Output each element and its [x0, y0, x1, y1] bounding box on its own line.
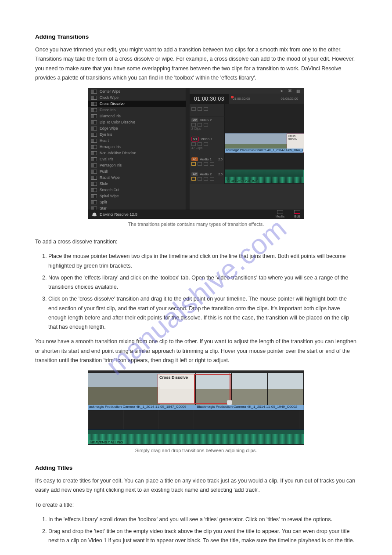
transition-icon: [91, 163, 97, 167]
page-tab-label: Edit: [295, 214, 300, 218]
clip-name-label: Blackmagic Production Camera 4K_1_2014-1…: [196, 405, 304, 410]
transition-row[interactable]: Push: [88, 168, 186, 174]
transition-row[interactable]: Diamond Iris: [88, 113, 186, 119]
paragraph: You now have a smooth transition mixing …: [35, 337, 357, 365]
transition-row[interactable]: Radial Wipe: [88, 174, 186, 181]
eye-icon[interactable]: [198, 107, 202, 111]
step-item: Place the mouse pointer between two clip…: [48, 252, 357, 271]
track-name: Audio 2: [200, 172, 212, 176]
track-header-a2[interactable]: A2Audio 22.0: [190, 169, 225, 184]
track-badge: A2: [191, 172, 198, 176]
transition-row[interactable]: Dip To Color Dissolve: [88, 119, 186, 125]
track-note: 47 Clips: [191, 146, 223, 149]
transition-icon: [91, 207, 97, 210]
video-clip[interactable]: Cross Dissolv ackmagic Production Camera…: [225, 133, 304, 153]
mute-icon[interactable]: [204, 107, 208, 111]
track-header-v2[interactable]: V2Video 2 2 Clips: [190, 116, 225, 132]
transition-icon: [91, 145, 97, 149]
transition-row[interactable]: Smooth Cut: [88, 187, 186, 193]
link-tool-icon[interactable]: ⌘: [288, 89, 292, 93]
time-ruler[interactable]: 01:00:30:00 01:00:32:00: [229, 97, 304, 101]
track-name: Video 1: [201, 137, 212, 141]
transition-label: Oval Iris: [100, 157, 113, 161]
snap-tool-icon[interactable]: ▦: [296, 89, 300, 93]
transition-icon: [91, 151, 97, 155]
manual-page: manualshive.com Adding Transitions Once …: [0, 0, 392, 555]
step-item: Now open the 'effects library' and click…: [48, 273, 357, 292]
clip-thumbnail[interactable]: [124, 373, 160, 405]
transition-row[interactable]: Pentagon Iris: [88, 162, 186, 168]
clip-name-bar: ackmagic Production Camera 4K_1_2014-11-…: [88, 405, 304, 410]
selection-tool-icon[interactable]: ➤: [280, 89, 284, 93]
transition-row[interactable]: Cross Iris: [88, 107, 186, 113]
transition-label: Slide: [100, 181, 108, 186]
page-tab-label: Media: [276, 214, 284, 218]
transition-icon: [91, 139, 97, 143]
audio-level: 2.0: [218, 173, 223, 176]
audio-clip-name: 01 HEAVENS CALLING: [226, 180, 258, 183]
step-item: In the 'effects library' scroll down the…: [48, 515, 357, 524]
track-body[interactable]: [225, 104, 304, 116]
transition-label: Dip To Color Dissolve: [100, 120, 135, 124]
transition-row[interactable]: Heart: [88, 138, 186, 144]
transition-row[interactable]: Center Wipe: [88, 88, 186, 94]
clip-thumbnail[interactable]: [232, 373, 268, 405]
steps-list: Place the mouse pointer between two clip…: [35, 252, 357, 332]
steps-list: In the 'effects library' scroll down the…: [35, 515, 357, 546]
ruler-tick: 01:00:32:00: [281, 97, 298, 101]
paragraph: Once you have trimmed your edit, you mig…: [35, 45, 357, 83]
audio-clip[interactable]: 01 HEAVENS CALLING: [225, 170, 304, 183]
transition-label: Center Wipe: [100, 89, 120, 94]
transition-label: Smooth Cut: [100, 188, 119, 192]
lock-icon[interactable]: [191, 107, 196, 111]
timecode-display[interactable]: 01:00:30:03: [190, 94, 229, 104]
track-header-v1[interactable]: V1Video 1 47 Clips: [190, 132, 225, 154]
transition-row[interactable]: Eye Iris: [88, 131, 186, 138]
track-name: Audio 1: [200, 157, 212, 161]
track-body-a2[interactable]: 01 HEAVENS CALLING: [225, 169, 304, 184]
track-badge: V1: [191, 137, 199, 141]
transition-row[interactable]: Hexagon Iris: [88, 144, 186, 150]
transition-row[interactable]: Oval Iris: [88, 156, 186, 162]
step-item: Click on the 'cross dissolve' transition…: [48, 294, 357, 332]
screenshot-timeline-transition: Cross Dissolve ackmagic Production Camer…: [88, 370, 304, 445]
timeline-toolbar: ➤ ⌘ ▦: [190, 88, 304, 94]
transition-label: Diamond Iris: [100, 114, 121, 118]
davinci-logo-icon: [93, 212, 96, 216]
transition-row[interactable]: Clock Wipe: [88, 94, 186, 101]
scrollbar[interactable]: [186, 88, 190, 210]
transition-row[interactable]: Star: [88, 205, 186, 210]
clip-thumbnail[interactable]: [88, 373, 124, 405]
paragraph: It's easy to create titles for your edit…: [35, 476, 357, 495]
transition-label: Pentagon Iris: [100, 163, 122, 167]
page-tab-media[interactable]: Media: [276, 210, 284, 218]
transition-row[interactable]: Cross Dissolve: [88, 101, 186, 107]
track-note: 2 Clips: [191, 127, 223, 130]
clip-thumbnail[interactable]: [268, 373, 304, 405]
track-body-v2[interactable]: [225, 116, 304, 132]
transition-icon: [91, 200, 97, 204]
transition-list[interactable]: Center WipeClock WipeCross DissolveCross…: [88, 88, 186, 210]
audio-track-row[interactable]: HEAVENS CALLING: [88, 429, 304, 444]
audio-level: 2.0: [218, 158, 223, 161]
transition-row[interactable]: Spiral Wipe: [88, 193, 186, 199]
transition-label: Radial Wipe: [100, 175, 120, 180]
track-header-a1[interactable]: A1Audio 12.0: [190, 154, 225, 169]
page-tab-edit[interactable]: Edit: [294, 210, 300, 218]
transition-row[interactable]: Split: [88, 199, 186, 205]
transition-row[interactable]: Slide: [88, 181, 186, 187]
video-track-row[interactable]: Cross Dissolve: [88, 373, 304, 405]
track-body-v1[interactable]: Cross Dissolv ackmagic Production Camera…: [225, 132, 304, 154]
transition-row[interactable]: Edge Wipe: [88, 125, 186, 131]
selection-outline: [194, 374, 231, 404]
transition-block[interactable]: Cross Dissolve: [158, 374, 194, 404]
track-header-v3[interactable]: [190, 104, 225, 116]
transition-label: Spiral Wipe: [100, 194, 119, 198]
transition-icon: [91, 102, 97, 106]
empty-track[interactable]: [88, 410, 304, 429]
transition-label: Cross Iris: [100, 108, 115, 112]
ruler-tick: 01:00:30:00: [233, 97, 250, 101]
track-body-a1[interactable]: [225, 154, 304, 169]
transition-row[interactable]: Non-Additive Dissolve: [88, 150, 186, 156]
transition-label: Push: [100, 169, 108, 174]
